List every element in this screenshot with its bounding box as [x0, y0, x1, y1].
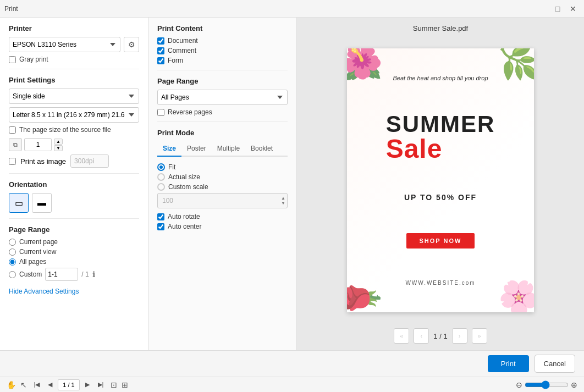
hide-settings-link[interactable]: Hide Advanced Settings — [9, 288, 139, 295]
tab-multiple[interactable]: Multiple — [212, 141, 245, 157]
select-tool-icon[interactable]: ↖ — [20, 380, 27, 389]
current-page-radio[interactable] — [9, 239, 16, 246]
scale-input[interactable] — [157, 193, 288, 208]
print-settings-label: Print Settings — [9, 76, 139, 84]
auto-rotate-label: Auto rotate — [168, 213, 200, 220]
pdf-website: WWW.WEBSITE.com — [405, 280, 475, 286]
zoom-slider[interactable] — [525, 380, 569, 389]
first-page-button[interactable]: « — [394, 328, 409, 344]
hand-tool-icon[interactable]: ✋ — [7, 380, 16, 389]
custom-radio[interactable] — [9, 271, 16, 278]
current-view-radio[interactable] — [9, 249, 16, 256]
landscape-icon: ▬ — [37, 198, 46, 208]
auto-rotate-row: Auto rotate — [157, 213, 288, 220]
print-as-image-checkbox[interactable] — [9, 158, 16, 165]
window-title: Print — [4, 5, 18, 13]
pdf-shop-btn: SHOP NOW — [406, 233, 475, 249]
maximize-button[interactable]: □ — [551, 2, 564, 15]
title-bar: Print □ ✕ — [0, 0, 584, 18]
status-last-btn[interactable]: ▶| — [95, 379, 106, 390]
page-count: / 1 — [81, 270, 89, 278]
current-page-row: Current page — [9, 238, 139, 246]
page-range-left-label: Page Range — [9, 225, 139, 234]
tab-size[interactable]: Size — [157, 141, 181, 157]
printer-row: EPSON L3110 Series ⚙ — [9, 37, 139, 52]
middle-panel: Print Content Document Comment Form Page… — [148, 18, 297, 350]
source-file-checkbox[interactable] — [9, 126, 16, 134]
auto-center-checkbox[interactable] — [157, 223, 164, 230]
orientation-label: Orientation — [9, 180, 139, 189]
zoom-out-icon[interactable]: ⊖ — [516, 380, 522, 389]
preview-container: 🌺 🌿 🌹 🌸 Beat the heat and shop till you … — [304, 38, 577, 323]
status-prev-btn[interactable]: ◀ — [45, 379, 56, 390]
copies-row: ⧉ 1 ▲ ▼ — [9, 138, 139, 151]
custom-scale-label: Custom scale — [168, 183, 208, 191]
copies-up-button[interactable]: ▲ — [54, 139, 63, 145]
gray-print-row: Gray print — [9, 56, 139, 63]
tab-poster[interactable]: Poster — [181, 141, 212, 157]
last-page-button[interactable]: » — [472, 328, 487, 344]
status-page-input[interactable] — [58, 379, 80, 390]
zoom-in-icon[interactable]: ⊕ — [571, 380, 577, 389]
scale-arrows: ▲ ▼ — [281, 196, 285, 206]
prev-page-button[interactable]: ‹ — [414, 328, 429, 344]
gray-print-checkbox[interactable] — [9, 56, 16, 63]
preview-panel: Summer Sale.pdf 🌺 🌿 🌹 🌸 Beat the heat an… — [297, 18, 584, 350]
auto-center-row: Auto center — [157, 223, 288, 230]
orientation-row: ▭ ▬ — [9, 193, 139, 213]
floral-br: 🌸 — [498, 279, 534, 312]
floral-bl: 🌹 — [347, 278, 382, 312]
floral-tl: 🌺 — [347, 48, 383, 82]
page-range-select[interactable]: All Pages — [157, 90, 288, 105]
pdf-title-block: SUMMER Sale — [386, 113, 495, 162]
tab-booklet[interactable]: Booklet — [245, 141, 278, 157]
gray-print-label: Gray print — [19, 56, 48, 63]
current-view-row: Current view — [9, 248, 139, 256]
reverse-pages-row: Reverse pages — [157, 108, 288, 116]
custom-scale-radio[interactable] — [157, 183, 165, 191]
paper-select[interactable]: Letter 8.5 x 11 in (216 x 279 mm) 21.6 x — [9, 107, 139, 123]
all-pages-radio[interactable] — [9, 258, 16, 266]
printer-settings-button[interactable]: ⚙ — [124, 37, 139, 52]
status-next-btn[interactable]: ▶ — [82, 379, 93, 390]
status-first-btn[interactable]: |◀ — [31, 379, 42, 390]
cancel-button[interactable]: Cancel — [535, 355, 575, 373]
reverse-pages-checkbox[interactable] — [157, 109, 164, 116]
pdf-title-summer: SUMMER — [386, 113, 495, 136]
scale-up-arrow[interactable]: ▲ — [281, 196, 285, 201]
custom-range-input[interactable] — [45, 268, 78, 281]
crop-icon[interactable]: ⊡ — [111, 380, 117, 389]
form-checkbox[interactable] — [157, 57, 164, 64]
next-page-button[interactable]: › — [452, 328, 467, 344]
left-panel: Printer EPSON L3110 Series ⚙ Gray print … — [0, 18, 148, 350]
actual-size-radio[interactable] — [157, 173, 165, 181]
scale-down-arrow[interactable]: ▼ — [281, 201, 285, 206]
comment-label: Comment — [168, 47, 196, 54]
close-button[interactable]: ✕ — [566, 2, 580, 15]
copies-down-button[interactable]: ▼ — [54, 145, 63, 151]
auto-rotate-checkbox[interactable] — [157, 213, 164, 220]
comment-checkbox[interactable] — [157, 47, 164, 54]
document-checkbox[interactable] — [157, 37, 164, 45]
landscape-button[interactable]: ▬ — [32, 193, 52, 213]
bottom-bar: Print Cancel — [0, 350, 584, 377]
portrait-button[interactable]: ▭ — [9, 193, 29, 213]
current-view-label: Current view — [19, 248, 56, 256]
rotate-icon[interactable]: ⊞ — [122, 380, 128, 389]
page-indicator: 1 / 1 — [433, 332, 447, 340]
fit-radio[interactable] — [157, 163, 165, 171]
print-button[interactable]: Print — [488, 355, 529, 372]
print-mode-label: Print Mode — [157, 129, 288, 137]
printer-select[interactable]: EPSON L3110 Series — [9, 37, 120, 52]
dpi-input[interactable]: 300dpi — [70, 154, 109, 168]
reverse-pages-label: Reverse pages — [168, 108, 212, 116]
pdf-discount: UP TO 50% OFF — [404, 193, 477, 202]
side-select[interactable]: Single side — [9, 89, 139, 104]
custom-row: Custom / 1 ℹ — [9, 268, 139, 281]
window-controls: □ ✕ — [551, 2, 580, 15]
info-icon[interactable]: ℹ — [92, 270, 95, 279]
printer-section-label: Printer — [9, 24, 139, 32]
status-page-nav: |◀ ◀ ▶ ▶| — [31, 379, 106, 390]
copies-input[interactable]: 1 — [24, 138, 52, 151]
copies-spinner: ▲ ▼ — [54, 139, 63, 151]
